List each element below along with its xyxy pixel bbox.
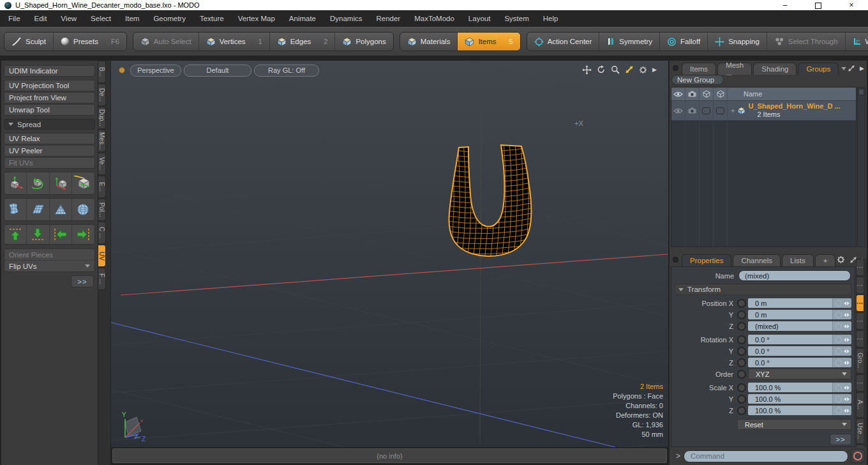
sidebar-more-button[interactable]: >> — [71, 275, 94, 287]
channel-toggle-icon[interactable] — [737, 335, 746, 344]
channel-toggle-icon[interactable] — [737, 406, 746, 415]
spinner-right-icon[interactable] — [847, 386, 849, 390]
maximize-button[interactable] — [802, 1, 835, 10]
transform-axis-icon-button[interactable] — [50, 172, 72, 194]
spinner-left-icon[interactable] — [844, 301, 846, 305]
menu-item[interactable]: Item — [118, 10, 146, 27]
polygons-button[interactable]: Polygons — [335, 33, 393, 50]
y-value-field[interactable]: 0.0 ° — [748, 346, 832, 356]
tab-properties[interactable]: Properties — [682, 254, 731, 266]
reset-dropdown[interactable]: Reset — [737, 419, 851, 430]
tab-groups[interactable]: Groups — [798, 63, 839, 75]
value-spinner[interactable] — [832, 321, 851, 331]
tab-mesh[interactable]: Mesh ... — [717, 63, 752, 75]
pan-icon[interactable] — [582, 65, 592, 75]
zoom-icon[interactable] — [611, 65, 620, 74]
sculpt-button[interactable]: Sculpt — [4, 33, 54, 50]
value-spinner[interactable] — [832, 383, 851, 392]
group-name[interactable]: U_Shaped_Horn_Wine_D ... — [748, 102, 840, 111]
value-spinner[interactable] — [832, 298, 851, 308]
spinner-left-icon[interactable] — [844, 386, 846, 390]
auto-select-button[interactable]: Auto Select — [133, 33, 199, 50]
pack-right-icon-button[interactable] — [72, 225, 94, 244]
select-through-button[interactable]: Select Through — [767, 33, 846, 50]
z-value-field[interactable]: 0.0 ° — [748, 358, 832, 367]
channel-toggle-icon[interactable] — [737, 347, 746, 356]
sidebar-tab-c[interactable]: C ... — [98, 222, 106, 244]
menu-maxtomodo[interactable]: MaxToModo — [407, 10, 461, 27]
tab-channels[interactable]: Channels — [733, 254, 781, 266]
menu-edit[interactable]: Edit — [27, 10, 54, 27]
uv-projection-fan-icon-button[interactable] — [50, 199, 72, 220]
channel-toggle-icon[interactable] — [737, 310, 746, 319]
row-checkbox-1[interactable] — [700, 101, 714, 120]
visibility-column-eye-icon[interactable] — [671, 88, 685, 100]
menu-file[interactable]: File — [1, 10, 27, 27]
uv-plane-icon-button[interactable] — [27, 199, 49, 220]
wine-decanter-mesh[interactable] — [438, 140, 542, 263]
spinner-left-icon[interactable] — [844, 397, 846, 401]
expand-arrow-icon[interactable]: ▶ — [652, 66, 657, 73]
name-input[interactable] — [738, 270, 851, 281]
menu-select[interactable]: Select — [84, 10, 118, 27]
position-x-value-field[interactable]: 0 m — [748, 298, 832, 308]
spinner-left-icon[interactable] — [844, 338, 846, 342]
scale-x-value-field[interactable]: 100.0 % — [748, 383, 832, 392]
fit-uvs-button[interactable]: Fit UVs — [4, 157, 95, 169]
project-from-view-button[interactable]: Project from View — [4, 92, 95, 103]
value-spinner[interactable] — [832, 358, 851, 367]
vertices-button[interactable]: Vertices1 — [199, 33, 270, 50]
menu-geometry[interactable]: Geometry — [146, 10, 193, 27]
group-row[interactable]: + U_Shaped_Horn_Wine_D ... 2 Items — [671, 101, 856, 121]
right-tab-gro[interactable]: Gro... — [856, 348, 864, 374]
items-button[interactable]: Items 5 — [458, 33, 520, 50]
presets-button[interactable]: Presets F6 — [54, 33, 126, 50]
right-tab-dots-6[interactable]: ⋮ — [856, 374, 864, 392]
rotation-x-value-field[interactable]: 0.0 ° — [748, 335, 832, 344]
channel-toggle-icon[interactable] — [737, 322, 746, 331]
spinner-left-icon[interactable] — [844, 324, 846, 328]
sidebar-tab-dup[interactable]: Dup... — [98, 107, 106, 129]
pack-down-icon-button[interactable] — [27, 225, 49, 244]
close-button[interactable]: × — [835, 1, 868, 10]
fit-region-icon-button[interactable] — [72, 172, 94, 194]
render-column-camera-icon[interactable] — [685, 88, 700, 100]
3d-viewport[interactable]: Y x Z PerspectiveDefaultRay GL: Off ▶ +X… — [111, 61, 668, 447]
spinner-left-icon[interactable] — [844, 361, 846, 365]
minimize-button[interactable]: – — [768, 1, 802, 10]
workplane-button[interactable]: WorkPlane — [846, 33, 868, 50]
flip-uvs-dropdown[interactable]: Flip UVs — [4, 261, 94, 271]
symmetry-button[interactable]: Symmetry — [599, 33, 660, 50]
pack-left-icon-button[interactable] — [50, 225, 72, 244]
z-value-field[interactable]: (mixed) — [748, 321, 832, 331]
row-render-camera-icon[interactable] — [685, 101, 700, 120]
materials-button[interactable]: Materials — [400, 33, 458, 50]
spinner-left-icon[interactable] — [844, 409, 846, 413]
z-value-field[interactable]: 100.0 % — [748, 406, 832, 415]
properties-more-button[interactable]: >> — [830, 434, 851, 445]
row-visibility-eye-icon[interactable] — [671, 101, 685, 120]
right-tab-dots-0[interactable]: ⋮ — [856, 259, 864, 276]
value-spinner[interactable] — [832, 346, 851, 356]
y-value-field[interactable]: 100.0 % — [748, 394, 832, 404]
spinner-left-icon[interactable] — [844, 313, 846, 317]
list-empty-area[interactable] — [671, 121, 856, 247]
uv-peeler-button[interactable]: UV Peeler — [4, 145, 95, 156]
uv-relax-button[interactable]: UV Relax — [4, 133, 95, 144]
spinner-left-icon[interactable] — [844, 349, 846, 353]
tab-overflow-caret[interactable] — [840, 63, 848, 75]
tab-item[interactable]: + — [815, 254, 836, 266]
uv-sphere-icon-button[interactable] — [72, 199, 94, 220]
order-dropdown[interactable]: XYZ — [748, 369, 851, 379]
row-checkbox-2[interactable] — [714, 101, 728, 120]
menu-animate[interactable]: Animate — [282, 10, 323, 27]
expand-plus-icon[interactable]: + — [731, 107, 735, 114]
maximize-icon[interactable] — [625, 65, 634, 74]
channel-toggle-icon[interactable] — [737, 358, 746, 367]
ray-gl-off-button[interactable]: Ray GL: Off — [254, 65, 319, 77]
spinner-right-icon[interactable] — [847, 324, 849, 328]
menu-help[interactable]: Help — [536, 10, 565, 27]
spinner-right-icon[interactable] — [847, 338, 849, 342]
value-spinner[interactable] — [832, 406, 851, 415]
sidebar-tab-b[interactable]: B... — [98, 61, 106, 83]
